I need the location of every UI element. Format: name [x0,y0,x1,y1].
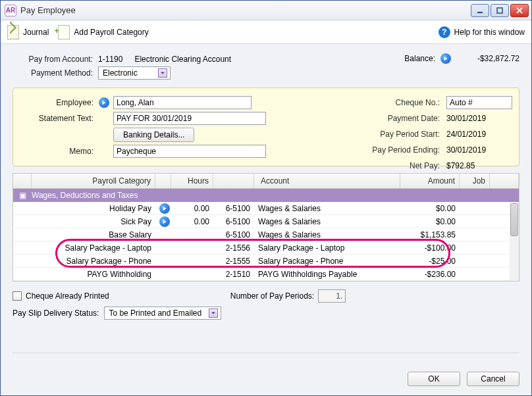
scrollbar[interactable] [510,202,519,281]
cheque-no-input[interactable] [446,96,512,109]
payment-date-value: 30/01/2019 [446,114,512,123]
net-pay-value: $792.85 [446,161,512,170]
ok-button[interactable]: OK [408,372,460,386]
pay-from-label: Pay from Account: [13,55,98,64]
divider [13,353,519,353]
group-label: Wages, Deductions and Taxes [32,191,138,200]
cell-category: Sick Pay [32,217,155,226]
chevron-down-icon [209,309,218,318]
table-row[interactable]: Salary Package - Laptop2-1556Salary Pack… [13,241,519,255]
journal-label: Journal [23,28,49,37]
cell-account-name: Wages & Salaries [254,230,400,239]
maximize-button[interactable] [491,4,509,17]
col-amount[interactable]: Amount [400,174,460,188]
period-start-value: 24/01/2019 [446,130,512,139]
memo-label: Memo: [20,147,99,156]
balance-label: Balance: [404,54,435,63]
table-row[interactable]: Holiday Pay0.006-5100Wages & Salaries$0.… [13,202,519,215]
app-icon: AR [5,5,16,16]
col-category[interactable]: Payroll Category [32,174,155,188]
balance-value: -$32,872.72 [460,54,519,63]
employee-zoom-button[interactable] [99,97,109,108]
table-row[interactable]: PAYG Withholding2-1510PAYG Withholdings … [13,268,519,281]
payment-method-select[interactable]: Electronic [98,66,171,80]
employee-panel: Employee: Statement Text: Banking Detail… [13,87,519,166]
cell-amount: $0.00 [400,217,460,226]
svg-rect-0 [477,12,483,13]
svg-rect-1 [497,8,502,13]
num-periods-label: Number of Pay Periods: [230,291,314,301]
statement-input[interactable] [113,112,266,125]
cell-account-name: Salary Package - Phone [254,257,400,266]
payment-date-label: Payment Date: [388,114,440,123]
delivery-select[interactable]: To be Printed and Emailed [104,307,221,320]
payroll-grid: Payroll Category Hours Account Amount Jo… [13,173,519,282]
zoom-icon[interactable] [159,203,170,214]
employee-label: Employee: [20,98,99,107]
statement-label: Statement Text: [20,114,99,123]
collapse-icon[interactable]: ▣ [13,191,32,200]
table-row[interactable]: Salary Package - Phone2-1555Salary Packa… [13,255,519,268]
cell-account-name: Salary Package - Laptop [254,243,400,253]
zoom-icon[interactable] [159,216,170,227]
period-start-label: Pay Period Start: [380,130,440,139]
cell-account-name: Wages & Salaries [254,204,400,213]
cell-account-code: 2-1555 [213,257,254,266]
cell-amount: $0.00 [400,204,460,213]
titlebar: AR Pay Employee [1,1,531,20]
delivery-value: To be Printed and Emailed [109,309,205,318]
cell-category: Salary Package - Laptop [32,243,155,253]
cheque-printed-label: Cheque Already Printed [26,291,109,301]
banking-details-button[interactable]: Banking Details... [113,128,194,142]
payment-method-value: Electronic [103,68,154,78]
cell-account-code: 6-5100 [213,217,254,226]
help-icon: ? [439,26,450,38]
memo-input[interactable] [113,145,266,158]
period-end-label: Pay Period Ending: [372,145,440,155]
cell-category: Base Salary [32,230,155,239]
minimize-button[interactable] [471,4,489,17]
pay-from-name: Electronic Clearing Account [134,55,231,64]
num-periods-input[interactable] [318,289,346,303]
add-category-label: Add Payroll Category [74,28,148,37]
grid-body: Holiday Pay0.006-5100Wages & Salaries$0.… [13,202,519,281]
payment-method-label: Payment Method: [13,68,98,78]
employee-input[interactable] [113,96,252,109]
table-row[interactable]: Sick Pay0.006-5100Wages & Salaries$0.00 [13,215,519,228]
delivery-label: Pay Slip Delivery Status: [13,309,99,318]
cell-category: PAYG Withholding [32,270,155,279]
add-category-icon [58,25,70,39]
col-hours[interactable]: Hours [171,174,213,188]
cell-category: Salary Package - Phone [32,257,155,266]
cell-category: Holiday Pay [32,204,155,213]
journal-button[interactable]: Journal [7,25,49,39]
cell-account-code: 6-5100 [213,204,254,213]
pay-employee-window: AR Pay Employee Journal Add Payroll Cate… [0,0,532,396]
close-button[interactable] [510,4,529,17]
col-job[interactable]: Job [460,174,490,188]
toolbar: Journal Add Payroll Category ? Help for … [1,20,531,44]
table-row[interactable]: Base Salary6-5100Wages & Salaries$1,153.… [13,228,519,241]
cell-account-code: 6-5100 [213,230,254,239]
cell-account-name: Wages & Salaries [254,217,400,226]
cancel-button[interactable]: Cancel [467,372,519,386]
pay-from-code: 1-1190 [98,55,122,64]
cell-account-name: PAYG Withholdings Payable [254,270,400,279]
scrollbar-thumb[interactable] [510,203,518,236]
cell-hours: 0.00 [171,217,213,226]
group-row[interactable]: ▣ Wages, Deductions and Taxes [13,189,519,202]
col-account[interactable]: Account [254,174,400,188]
journal-icon [7,25,19,39]
help-link[interactable]: ? Help for this window [439,26,525,38]
cell-hours: 0.00 [171,204,213,213]
add-payroll-category-button[interactable]: Add Payroll Category [58,25,148,39]
period-end-value: 30/01/2019 [446,145,512,155]
cheque-printed-checkbox[interactable] [13,291,22,301]
cell-account-code: 2-1510 [213,270,254,279]
cell-amount: -$236.00 [400,270,460,279]
cell-amount: $1,153.85 [400,230,460,239]
chevron-down-icon [158,68,167,78]
balance-zoom-button[interactable] [440,53,451,64]
cell-amount: -$100.00 [400,243,460,253]
cell-account-code: 2-1556 [213,243,254,253]
